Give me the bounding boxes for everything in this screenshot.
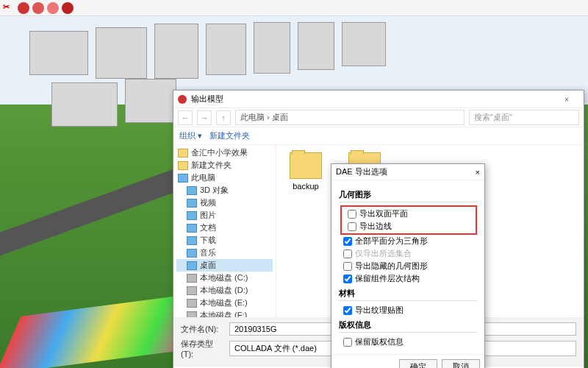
filename-label: 文件名(N): (181, 324, 225, 335)
nav-up-icon[interactable]: ↑ (216, 110, 231, 125)
tree-item-label: 桌面 (200, 260, 216, 271)
tree-item-label: 本地磁盘 (F:) (200, 310, 247, 317)
option-item[interactable]: 全部平面分为三角形 (339, 235, 477, 247)
dialog-title: 输出模型 (191, 93, 223, 105)
tree-item[interactable]: 3D 对象 (176, 184, 273, 197)
tree-item-label: 3D 对象 (200, 185, 229, 196)
globe-stack-icon[interactable] (32, 2, 44, 14)
tree-item-label: 本地磁盘 (E:) (200, 297, 248, 308)
tree-item-label: 新建文件夹 (191, 160, 232, 171)
pc-icon (187, 211, 197, 220)
pc-icon (187, 224, 197, 233)
tree-item-label: 文档 (200, 222, 216, 233)
ruby-icon[interactable] (62, 2, 74, 14)
checkbox[interactable] (348, 210, 356, 219)
option-item[interactable]: 导出边线 (343, 220, 474, 233)
option-item[interactable]: 仅导出所选集合 (339, 247, 477, 260)
tree-item[interactable]: 视频 (176, 197, 273, 209)
checkbox[interactable] (343, 250, 352, 258)
group-credits: 版权信息 (339, 319, 477, 333)
option-label: 导出双面平面 (359, 208, 408, 219)
pc-icon (187, 261, 197, 270)
tree-item-label: 图片 (200, 210, 216, 221)
group-material: 材料 (339, 288, 477, 301)
tree-item[interactable]: 金汇中小学效果 (176, 146, 273, 159)
tree-item-label: 本地磁盘 (D:) (200, 285, 248, 296)
search-input[interactable]: 搜索"桌面" (469, 110, 579, 125)
organize-menu[interactable]: 组织 ▾ (179, 130, 202, 141)
pc-icon (187, 199, 197, 208)
tree-item[interactable]: 此电脑 (176, 171, 273, 184)
folder-tree[interactable]: 金汇中小学效果新建文件夹此电脑3D 对象视频图片文档下载音乐桌面本地磁盘 (C:… (173, 145, 276, 317)
option-label: 保留版权信息 (355, 336, 404, 347)
pc-icon (187, 249, 197, 258)
dae-options-dialog: DAE 导出选项 × 几何图形 导出双面平面导出边线全部平面分为三角形仅导出所选… (331, 163, 485, 368)
tree-item-label: 金汇中小学效果 (191, 147, 248, 158)
option-label: 导出边线 (359, 221, 392, 232)
tree-item-label: 下载 (200, 235, 216, 246)
tree-item-label: 本地磁盘 (C:) (200, 272, 248, 283)
pc-icon (187, 186, 197, 195)
ok-button[interactable]: 确定 (399, 359, 437, 368)
tree-item[interactable]: 本地磁盘 (E:) (176, 297, 273, 309)
tree-item-label: 音乐 (200, 247, 216, 258)
folder-icon (178, 161, 188, 170)
option-label: 保留组件层次结构 (355, 273, 420, 284)
tree-item[interactable]: 音乐 (176, 247, 273, 259)
nav-fwd-icon[interactable]: → (197, 110, 212, 125)
folder-icon (178, 149, 188, 158)
drive-icon (187, 299, 197, 308)
tree-item-label: 视频 (200, 197, 216, 208)
highlight-box: 导出双面平面导出边线 (340, 205, 477, 235)
pc-icon (178, 174, 188, 183)
option-label: 导出纹理贴图 (355, 305, 404, 316)
tree-item[interactable]: 桌面 (176, 259, 273, 272)
close-icon[interactable]: × (554, 91, 579, 107)
file-item[interactable]: backup (284, 152, 328, 191)
globe-red-icon[interactable] (18, 2, 29, 14)
tree-item[interactable]: 下载 (176, 234, 273, 247)
checkbox[interactable] (343, 262, 352, 271)
tree-item[interactable]: 本地磁盘 (D:) (176, 284, 273, 297)
checkbox[interactable] (343, 338, 352, 347)
new-folder-button[interactable]: 新建文件夹 (209, 130, 250, 141)
tree-item[interactable]: 图片 (176, 209, 273, 222)
tree-item-label: 此电脑 (191, 172, 215, 183)
option-item[interactable]: 导出纹理贴图 (339, 304, 477, 316)
tree-item[interactable]: 本地磁盘 (F:) (176, 309, 273, 317)
option-label: 导出隐藏的几何图形 (355, 261, 428, 272)
group-geometry: 几何图形 (339, 189, 477, 202)
filetype-label: 保存类型(T): (181, 339, 225, 358)
pc-icon (187, 236, 197, 245)
drive-icon (187, 311, 197, 318)
scissors-icon[interactable]: ✂ (3, 2, 15, 14)
checkbox[interactable] (343, 306, 352, 315)
tree-item[interactable]: 本地磁盘 (C:) (176, 272, 273, 284)
option-item[interactable]: 保留版权信息 (339, 336, 477, 348)
close-icon[interactable]: × (476, 168, 480, 177)
option-label: 仅导出所选集合 (355, 248, 412, 259)
drive-icon (187, 274, 197, 283)
option-item[interactable]: 导出隐藏的几何图形 (339, 260, 477, 272)
capsule-icon[interactable] (47, 2, 59, 14)
app-toolbar: ✂ (0, 0, 588, 16)
folder-icon (290, 152, 322, 179)
tree-item[interactable]: 新建文件夹 (176, 159, 273, 171)
option-item[interactable]: 导出双面平面 (343, 208, 474, 220)
nav-back-icon[interactable]: ← (178, 110, 193, 125)
option-label: 全部平面分为三角形 (355, 236, 428, 247)
checkbox[interactable] (343, 237, 352, 246)
option-item[interactable]: 保留组件层次结构 (339, 272, 477, 285)
checkbox[interactable] (343, 275, 352, 283)
drive-icon (187, 286, 197, 295)
tree-item[interactable]: 文档 (176, 222, 273, 234)
checkbox[interactable] (348, 222, 356, 231)
path-breadcrumb[interactable]: 此电脑 › 桌面 (235, 110, 465, 125)
file-label: backup (293, 182, 318, 191)
options-title: DAE 导出选项 (336, 166, 476, 177)
cancel-button[interactable]: 取消 (442, 359, 480, 368)
app-icon (178, 95, 187, 104)
